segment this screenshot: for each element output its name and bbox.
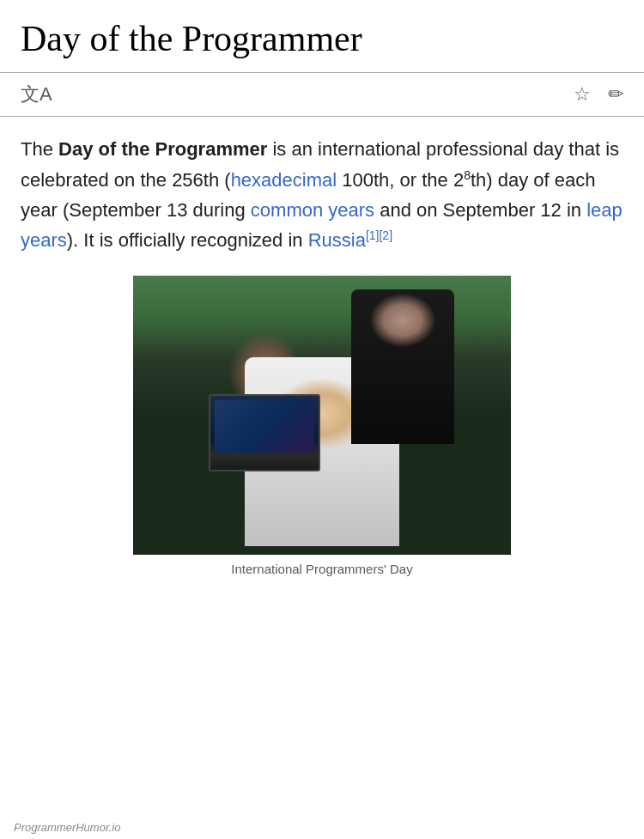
citation-1[interactable]: [1] <box>366 228 380 242</box>
intro-paragraph: The Day of the Programmer is an internat… <box>21 134 623 255</box>
monitor-prop <box>209 394 320 471</box>
article-image <box>133 276 511 555</box>
photo-background <box>133 276 511 555</box>
image-container: International Programmers' Day <box>133 276 511 576</box>
intro-text-3: 100th, or the 2 <box>337 169 464 191</box>
bold-term: Day of the Programmer <box>58 138 267 160</box>
superscript-8: 8 <box>464 167 471 181</box>
intro-text-6: ). It is officially recognized in <box>67 229 308 251</box>
monitor-screen <box>215 400 314 453</box>
title-section: Day of the Programmer <box>0 0 644 73</box>
intro-text-5: and on September 12 in <box>374 199 586 221</box>
star-icon[interactable]: ☆ <box>574 83 591 106</box>
page-container: Day of the Programmer 文A ☆ ✏ The Day of … <box>0 0 644 839</box>
russia-link[interactable]: Russia <box>308 229 366 251</box>
common-years-link[interactable]: common years <box>251 199 374 221</box>
toolbar-section: 文A ☆ ✏ <box>0 73 644 117</box>
hexadecimal-link[interactable]: hexadecimal <box>231 169 337 191</box>
edit-icon[interactable]: ✏ <box>608 83 623 106</box>
toolbar-left: 文A <box>21 82 52 107</box>
translate-icon[interactable]: 文A <box>21 82 52 107</box>
toolbar-right: ☆ ✏ <box>574 83 623 106</box>
page-title: Day of the Programmer <box>21 17 623 60</box>
citation-2[interactable]: [2] <box>379 228 392 242</box>
intro-text-1: The <box>21 138 58 160</box>
footer-watermark: ProgrammerHumor.io <box>14 821 121 834</box>
content-section: The Day of the Programmer is an internat… <box>0 117 644 839</box>
image-caption: International Programmers' Day <box>231 555 412 576</box>
